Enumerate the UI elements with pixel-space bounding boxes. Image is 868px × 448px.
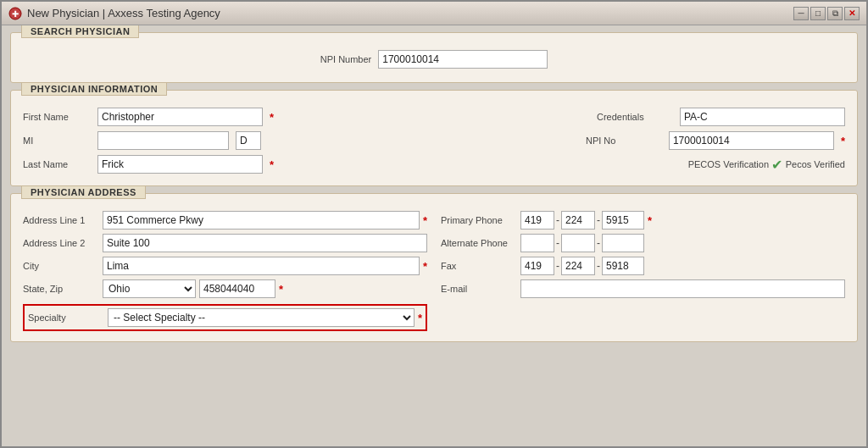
search-physician-title: Search Physician [21,25,139,38]
city-required: * [423,260,427,273]
address1-row: Address Line 1 * [23,211,427,230]
pecos-verified-text: Pecos Verified [786,159,845,169]
content-area: * = Required Field Search Physician NPI … [2,25,866,446]
alt-phone-last[interactable] [602,234,644,252]
credentials-input[interactable] [680,108,845,126]
minimize-button[interactable]: ─ [793,7,809,20]
title-bar-left: ✚ New Physician | Axxess Testing Agency [8,7,220,20]
state-select[interactable]: Ohio Alabama Alaska Arizona [103,279,196,298]
address2-input[interactable] [103,234,427,252]
last-name-label: Last Name [23,159,91,169]
svg-text:✚: ✚ [12,9,19,19]
maximize-button[interactable]: □ [810,7,826,20]
mi-input[interactable] [97,131,229,150]
fax-row: Fax - - [441,257,845,275]
state-required: * [279,283,283,296]
last-name-required: * [270,158,274,171]
check-icon: ✔ [771,157,782,173]
primary-phone-area[interactable] [520,211,554,230]
state-zip-row: State, Zip Ohio Alabama Alaska Arizona * [23,279,427,298]
pecos-label: PECOS Verification [688,159,765,169]
fax-last[interactable] [602,257,644,275]
alt-phone-group: - - [520,234,644,252]
city-row: City * [23,257,427,275]
title-bar: ✚ New Physician | Axxess Testing Agency … [2,2,866,25]
physician-info-section: Physician Information First Name * Crede… [10,90,858,186]
first-name-input[interactable] [97,108,263,126]
window-controls: ─ □ ⧉ ✕ [793,7,860,20]
npi-no-label: NPI No [586,136,662,146]
alt-phone-label: Alternate Phone [441,238,517,248]
npi-label: NPI Number [320,54,372,64]
zip-input[interactable] [199,279,275,298]
mi-single-input[interactable] [236,131,261,150]
city-input[interactable] [103,257,420,275]
alt-phone-area[interactable] [520,234,554,252]
fax-mid[interactable] [561,257,595,275]
specialty-row: Specialty -- Select Specialty -- Cardiol… [23,304,427,331]
alt-phone-mid[interactable] [561,234,595,252]
main-window: ✚ New Physician | Axxess Testing Agency … [0,0,868,448]
specialty-select[interactable]: -- Select Specialty -- Cardiology Dermat… [108,308,415,327]
alt-dash-1: - [556,237,559,249]
primary-phone-mid[interactable] [561,211,595,230]
address1-input[interactable] [103,211,420,230]
app-icon: ✚ [8,7,22,20]
first-name-label: First Name [23,112,91,122]
alt-phone-row: Alternate Phone - - [441,234,845,252]
email-row: E-mail [441,279,845,298]
specialty-required: * [418,312,422,324]
address1-required: * [423,214,427,227]
restore-button[interactable]: ⧉ [827,7,843,20]
primary-phone-label: Primary Phone [441,215,517,225]
physician-address-section: Physician Address Address Line 1 * Addre… [10,193,858,342]
primary-phone-last[interactable] [602,211,644,230]
email-label: E-mail [441,284,517,294]
search-physician-section: Search Physician NPI Number [10,32,858,83]
phone-dash-1: - [556,214,559,226]
last-name-input[interactable] [97,155,263,174]
phone-dash-2: - [597,214,600,226]
primary-phone-required: * [648,214,652,227]
address1-label: Address Line 1 [23,215,99,225]
fax-area[interactable] [520,257,554,275]
physician-info-title: Physician Information [21,82,167,96]
physician-address-title: Physician Address [21,185,146,199]
state-zip-group: Ohio Alabama Alaska Arizona [103,279,275,298]
window-title: New Physician | Axxess Testing Agency [27,7,220,19]
first-name-required: * [270,111,274,124]
npi-no-required: * [841,135,845,147]
state-zip-label: State, Zip [23,284,99,294]
close-button[interactable]: ✕ [844,7,860,20]
credentials-label: Credentials [597,112,673,122]
mi-label: MI [23,136,91,146]
city-label: City [23,261,99,271]
email-input[interactable] [520,279,845,298]
fax-dash-2: - [597,260,600,272]
npi-search-input[interactable] [378,50,548,69]
fax-group: - - [520,257,644,275]
primary-phone-group: - - [520,211,644,230]
alt-dash-2: - [597,237,600,249]
address2-label: Address Line 2 [23,238,99,248]
address2-row: Address Line 2 [23,234,427,252]
fax-label: Fax [441,261,517,271]
primary-phone-row: Primary Phone - - * [441,211,845,230]
npi-search-row: NPI Number [23,41,845,72]
pecos-verified-badge: ✔ Pecos Verified [771,157,845,173]
npi-no-input[interactable] [669,131,834,150]
specialty-label: Specialty [28,312,104,323]
fax-dash-1: - [556,260,559,272]
